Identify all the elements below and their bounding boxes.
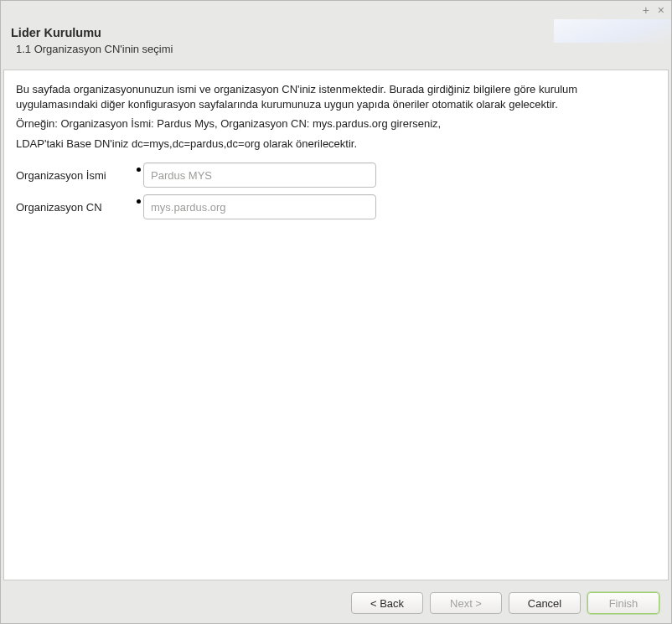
window-titlebar: + × [1, 1, 671, 19]
org-form: Organizasyon İsmi Organizasyon CN [16, 162, 656, 219]
org-cn-label: Organizasyon CN [16, 201, 135, 214]
wizard-footer: < Back Next > Cancel Finish [1, 583, 671, 623]
intro-paragraph-3: LDAP'taki Base DN'iniz dc=mys,dc=pardus,… [16, 137, 656, 152]
window-close-icon[interactable]: × [658, 4, 664, 16]
wizard-subtitle: 1.1 Organizasyon CN'inin seçimi [11, 43, 661, 55]
wizard-title: Lider Kurulumu [11, 26, 661, 39]
org-name-input[interactable] [143, 162, 376, 188]
org-cn-input[interactable] [143, 194, 376, 219]
intro-paragraph-2: Örneğin: Organizasyon İsmi: Pardus Mys, … [16, 116, 656, 132]
back-button[interactable]: < Back [351, 592, 423, 614]
content-outer: Bu sayfada organizasyonunuzun ismi ve or… [1, 67, 671, 583]
cancel-button[interactable]: Cancel [509, 592, 581, 614]
org-name-row: Organizasyon İsmi [16, 162, 656, 188]
finish-button: Finish [587, 592, 659, 614]
wizard-content: Bu sayfada organizasyonunuzun ismi ve or… [3, 70, 669, 580]
wizard-header: Lider Kurulumu 1.1 Organizasyon CN'inin … [1, 19, 671, 67]
next-button: Next > [430, 592, 502, 614]
org-cn-row: Organizasyon CN [16, 194, 656, 219]
wizard-window: + × Lider Kurulumu 1.1 Organizasyon CN'i… [0, 0, 672, 624]
org-name-label: Organizasyon İsmi [16, 169, 135, 182]
intro-paragraph-1: Bu sayfada organizasyonunuzun ismi ve or… [16, 82, 656, 111]
window-add-icon[interactable]: + [643, 4, 649, 16]
